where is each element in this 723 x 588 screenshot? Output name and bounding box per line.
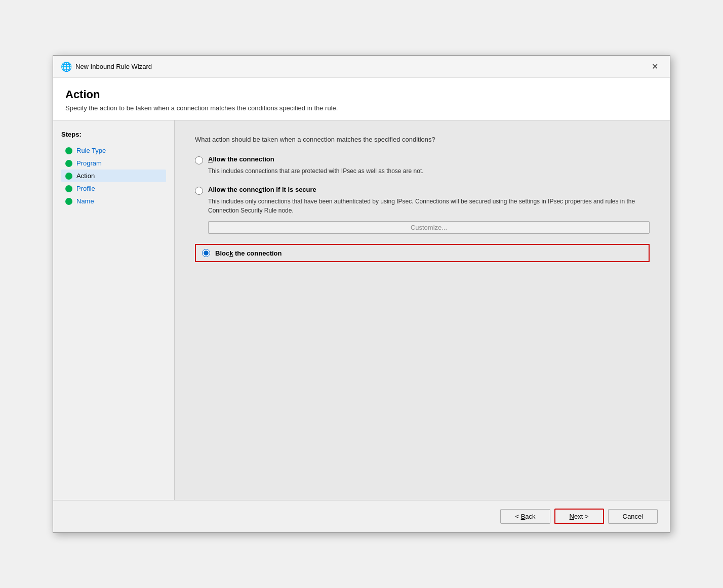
- option-allow-secure-title: Allow the connection if it is secure: [208, 186, 316, 193]
- wizard-icon: 🌐: [61, 62, 71, 72]
- sidebar-label-rule-type: Rule Type: [76, 147, 106, 154]
- option-allow-row: Allow the connection: [195, 155, 650, 164]
- block-option-label: Block the connection: [215, 249, 282, 257]
- question-text: What action should be taken when a conne…: [195, 136, 650, 143]
- option-allow-secure: Allow the connection if it is secure Thi…: [195, 186, 650, 234]
- option-allow-desc: This includes connections that are prote…: [208, 166, 650, 176]
- sidebar-label-action: Action: [76, 172, 95, 180]
- content-area: Steps: Rule Type Program Action Profile …: [53, 120, 670, 500]
- step-dot-name: [65, 198, 72, 205]
- step-dot-rule-type: [65, 147, 72, 154]
- sidebar-item-name[interactable]: Name: [61, 195, 166, 207]
- option-group: Allow the connection This includes conne…: [195, 155, 650, 262]
- option-block: Block the connection: [195, 244, 650, 262]
- block-option-wrapper: Block the connection: [195, 244, 650, 262]
- step-dot-program: [65, 160, 72, 167]
- sidebar-item-profile[interactable]: Profile: [61, 182, 166, 195]
- radio-allow-secure[interactable]: [195, 187, 203, 195]
- sidebar-label-name: Name: [76, 197, 94, 205]
- radio-block[interactable]: [202, 249, 210, 257]
- header-section: Action Specify the action to be taken wh…: [53, 78, 670, 120]
- title-bar: 🌐 New Inbound Rule Wizard ✕: [53, 56, 670, 78]
- dialog-window: 🌐 New Inbound Rule Wizard ✕ Action Speci…: [53, 55, 670, 533]
- option-allow-secure-desc: This includes only connections that have…: [208, 197, 650, 215]
- option-allow: Allow the connection This includes conne…: [195, 155, 650, 176]
- main-content: What action should be taken when a conne…: [175, 120, 670, 500]
- title-bar-left: 🌐 New Inbound Rule Wizard: [61, 62, 152, 72]
- sidebar-label-program: Program: [76, 159, 102, 167]
- header-title: Action: [65, 88, 658, 101]
- step-dot-profile: [65, 185, 72, 192]
- back-button[interactable]: < Back: [500, 509, 550, 524]
- radio-allow[interactable]: [195, 156, 203, 164]
- sidebar: Steps: Rule Type Program Action Profile …: [53, 120, 175, 500]
- footer: < Back Next > Cancel: [53, 500, 670, 532]
- option-allow-secure-row: Allow the connection if it is secure: [195, 186, 650, 195]
- option-allow-title: Allow the connection: [208, 155, 274, 163]
- header-subtitle: Specify the action to be taken when a co…: [65, 104, 658, 112]
- cancel-button[interactable]: Cancel: [608, 509, 658, 524]
- close-button[interactable]: ✕: [648, 60, 662, 74]
- sidebar-item-rule-type[interactable]: Rule Type: [61, 144, 166, 157]
- steps-label: Steps:: [61, 131, 166, 138]
- title-text: New Inbound Rule Wizard: [75, 63, 152, 70]
- sidebar-item-action[interactable]: Action: [61, 170, 166, 182]
- next-button[interactable]: Next >: [554, 509, 604, 524]
- step-dot-action: [65, 173, 72, 180]
- sidebar-label-profile: Profile: [76, 185, 95, 192]
- customize-button[interactable]: Customize...: [208, 221, 650, 234]
- sidebar-item-program[interactable]: Program: [61, 157, 166, 170]
